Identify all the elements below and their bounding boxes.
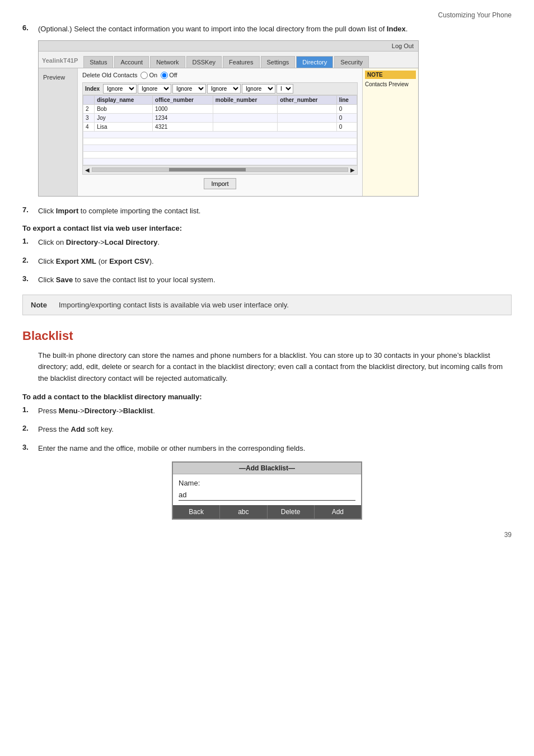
table-row bbox=[83, 151, 357, 158]
phone-buttons-row: Back abc Delete Add bbox=[173, 505, 361, 519]
tab-account[interactable]: Account bbox=[114, 56, 149, 68]
logout-link[interactable]: Log Out bbox=[392, 43, 414, 49]
webui-note-content: Contacts Preview bbox=[365, 81, 416, 87]
webui-sidebar: Preview bbox=[39, 68, 78, 196]
import-button[interactable]: Import bbox=[204, 178, 236, 189]
export-step-1-text: Click on Directory->Local Directory. bbox=[38, 237, 160, 248]
webui-control-row: Delete Old Contacts On Off bbox=[82, 72, 358, 79]
webui-topbar: Log Out bbox=[39, 41, 418, 52]
tab-status[interactable]: Status bbox=[83, 56, 113, 68]
table-row: 3 Joy 1234 0 bbox=[83, 113, 357, 122]
table-row bbox=[83, 131, 357, 138]
webui-scrollbar: ◀ ▶ bbox=[83, 165, 357, 174]
on-radio[interactable] bbox=[140, 72, 148, 79]
phone-content: Name: ad bbox=[173, 474, 361, 505]
tab-directory[interactable]: Directory bbox=[296, 56, 333, 68]
webui-content: Preview Delete Old Contacts On Off bbox=[39, 68, 418, 196]
note-content: Importing/exporting contact lists is ava… bbox=[59, 301, 289, 309]
index-filter-label: Index bbox=[85, 86, 102, 92]
col-line: line bbox=[336, 95, 357, 104]
webui-table-area: Index Ignore Ignore Ignore Ignore Ignore… bbox=[82, 82, 358, 175]
tab-network[interactable]: Network bbox=[150, 56, 185, 68]
phone-titlebar: —Add Blacklist— bbox=[173, 463, 361, 474]
blacklist-step-2-num: 2. bbox=[22, 424, 38, 435]
note-label: Note bbox=[31, 301, 59, 309]
ignore-select-5[interactable]: Ignore bbox=[242, 84, 275, 94]
table-row: 2 Bob 1000 0 bbox=[83, 104, 357, 113]
ignore-select-2[interactable]: Ignore bbox=[138, 84, 171, 94]
phone-btn-delete[interactable]: Delete bbox=[268, 505, 315, 519]
blacklist-body: The built-in phone directory can store t… bbox=[38, 350, 512, 385]
scroll-right-arrow[interactable]: ▶ bbox=[350, 167, 355, 173]
webui-logo: YealinkT41P bbox=[42, 54, 78, 68]
webui-nav-tabs: Status Account Network DSSKey Features S… bbox=[83, 54, 415, 68]
step-6-num: 6. bbox=[22, 24, 38, 35]
blacklist-step-1: 1. Press Menu->Directory->Blacklist. bbox=[22, 405, 512, 417]
col-other-number: other_number bbox=[278, 95, 336, 104]
step-6-block: 6. (Optional.) Select the contact inform… bbox=[22, 24, 512, 197]
blacklist-add-heading: To add a contact to the blacklist direct… bbox=[22, 393, 512, 401]
export-step-3-text: Click Save to save the contact list to y… bbox=[38, 274, 216, 286]
webui-screenshot: Log Out YealinkT41P Status Account Netwo… bbox=[38, 40, 419, 197]
webui-navbar: YealinkT41P Status Account Network DSSKe… bbox=[39, 52, 418, 68]
webui-logo-sub: T41P bbox=[63, 57, 78, 64]
export-step-2-text: Click Export XML (or Export CSV). bbox=[38, 256, 154, 267]
ignore-select-4[interactable]: Ignore bbox=[207, 84, 241, 94]
off-radio-label[interactable]: Off bbox=[161, 72, 177, 79]
col-office-number: office_number bbox=[153, 95, 213, 104]
col-mobile-number: mobile_number bbox=[213, 95, 277, 104]
webui-note-header: NOTE bbox=[365, 71, 416, 79]
blacklist-heading: Blacklist bbox=[22, 329, 512, 343]
tab-settings[interactable]: Settings bbox=[261, 56, 296, 68]
table-row bbox=[83, 144, 357, 151]
step-6-text: (Optional.) Select the contact informati… bbox=[38, 24, 407, 35]
tab-dsskey[interactable]: DSSKey bbox=[186, 56, 222, 68]
phone-btn-abc[interactable]: abc bbox=[220, 505, 267, 519]
export-step-3-num: 3. bbox=[22, 274, 38, 286]
export-step-2: 2. Click Export XML (or Export CSV). bbox=[22, 256, 512, 267]
phone-input[interactable]: ad bbox=[179, 489, 355, 501]
webui-filter-row: Index Ignore Ignore Ignore Ignore Ignore… bbox=[83, 83, 357, 95]
blacklist-step-3-num: 3. bbox=[22, 443, 38, 454]
table-row bbox=[83, 158, 357, 165]
tab-features[interactable]: Features bbox=[223, 56, 259, 68]
blacklist-step-2-text: Press the Add soft key. bbox=[38, 424, 114, 435]
chapter-title: Customizing Your Phone bbox=[22, 11, 512, 19]
note-box: Note Importing/exporting contact lists i… bbox=[22, 295, 512, 315]
webui-import-row: Import bbox=[82, 175, 358, 193]
phone-screen: —Add Blacklist— Name: ad Back abc Delete… bbox=[172, 461, 362, 520]
webui-note-panel: NOTE Contacts Preview bbox=[362, 68, 418, 196]
phone-btn-back[interactable]: Back bbox=[173, 505, 220, 519]
tab-security[interactable]: Security bbox=[334, 56, 369, 68]
off-radio[interactable] bbox=[161, 72, 168, 79]
scroll-left-arrow[interactable]: ◀ bbox=[85, 167, 90, 173]
scroll-thumb bbox=[169, 168, 246, 171]
blacklist-step-3-text: Enter the name and the office, mobile or… bbox=[38, 443, 305, 454]
ignore-select-3[interactable]: Ignore bbox=[172, 84, 206, 94]
col-display-name: display_name bbox=[95, 95, 153, 104]
phone-btn-add[interactable]: Add bbox=[315, 505, 361, 519]
export-step-3: 3. Click Save to save the contact list t… bbox=[22, 274, 512, 286]
blacklist-step-2: 2. Press the Add soft key. bbox=[22, 424, 512, 435]
webui-main: Delete Old Contacts On Off bbox=[78, 68, 362, 196]
export-step-1-num: 1. bbox=[22, 237, 38, 248]
table-row bbox=[83, 138, 357, 144]
sidebar-item-preview[interactable]: Preview bbox=[41, 72, 75, 83]
export-step-1: 1. Click on Directory->Local Directory. bbox=[22, 237, 512, 248]
page-number: 39 bbox=[22, 531, 512, 539]
step-7-block: 7. Click Import to complete importing th… bbox=[22, 206, 512, 217]
webui-data-table: display_name office_number mobile_number… bbox=[83, 95, 357, 165]
ignore-select-6[interactable]: I bbox=[277, 84, 293, 94]
ignore-select-1[interactable]: Ignore bbox=[103, 84, 137, 94]
table-row: 4 Lisa 4321 0 bbox=[83, 122, 357, 131]
delete-old-contacts-label: Delete Old Contacts bbox=[82, 72, 137, 78]
export-heading: To export a contact list via web user in… bbox=[22, 224, 512, 232]
phone-name-label: Name: bbox=[179, 479, 355, 487]
on-radio-label[interactable]: On bbox=[140, 72, 157, 79]
blacklist-step-1-text: Press Menu->Directory->Blacklist. bbox=[38, 405, 155, 417]
scroll-track[interactable] bbox=[92, 167, 348, 172]
export-step-2-num: 2. bbox=[22, 256, 38, 267]
blacklist-step-3: 3. Enter the name and the office, mobile… bbox=[22, 443, 512, 454]
step-7-num: 7. bbox=[22, 206, 38, 217]
blacklist-step-1-num: 1. bbox=[22, 405, 38, 417]
